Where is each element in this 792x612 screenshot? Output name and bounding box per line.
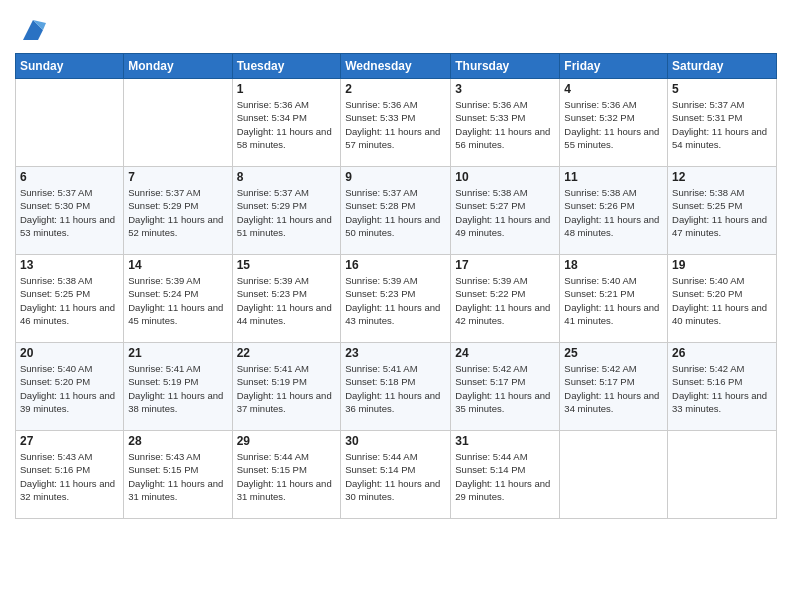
calendar-cell: 26Sunrise: 5:42 AM Sunset: 5:16 PM Dayli… <box>668 343 777 431</box>
calendar-cell: 14Sunrise: 5:39 AM Sunset: 5:24 PM Dayli… <box>124 255 232 343</box>
day-info: Sunrise: 5:36 AM Sunset: 5:33 PM Dayligh… <box>455 98 555 151</box>
calendar-cell: 13Sunrise: 5:38 AM Sunset: 5:25 PM Dayli… <box>16 255 124 343</box>
day-number: 5 <box>672 82 772 96</box>
calendar-cell: 12Sunrise: 5:38 AM Sunset: 5:25 PM Dayli… <box>668 167 777 255</box>
day-number: 8 <box>237 170 337 184</box>
day-info: Sunrise: 5:36 AM Sunset: 5:34 PM Dayligh… <box>237 98 337 151</box>
day-number: 28 <box>128 434 227 448</box>
day-info: Sunrise: 5:42 AM Sunset: 5:16 PM Dayligh… <box>672 362 772 415</box>
day-info: Sunrise: 5:38 AM Sunset: 5:27 PM Dayligh… <box>455 186 555 239</box>
calendar-cell: 22Sunrise: 5:41 AM Sunset: 5:19 PM Dayli… <box>232 343 341 431</box>
calendar-header-row: SundayMondayTuesdayWednesdayThursdayFrid… <box>16 54 777 79</box>
weekday-header: Friday <box>560 54 668 79</box>
calendar-cell: 9Sunrise: 5:37 AM Sunset: 5:28 PM Daylig… <box>341 167 451 255</box>
calendar-cell <box>668 431 777 519</box>
weekday-header: Thursday <box>451 54 560 79</box>
calendar-cell: 29Sunrise: 5:44 AM Sunset: 5:15 PM Dayli… <box>232 431 341 519</box>
calendar-cell: 18Sunrise: 5:40 AM Sunset: 5:21 PM Dayli… <box>560 255 668 343</box>
day-number: 24 <box>455 346 555 360</box>
calendar-cell: 8Sunrise: 5:37 AM Sunset: 5:29 PM Daylig… <box>232 167 341 255</box>
day-number: 16 <box>345 258 446 272</box>
calendar-cell: 5Sunrise: 5:37 AM Sunset: 5:31 PM Daylig… <box>668 79 777 167</box>
day-info: Sunrise: 5:41 AM Sunset: 5:19 PM Dayligh… <box>128 362 227 415</box>
calendar-cell: 11Sunrise: 5:38 AM Sunset: 5:26 PM Dayli… <box>560 167 668 255</box>
day-info: Sunrise: 5:42 AM Sunset: 5:17 PM Dayligh… <box>455 362 555 415</box>
calendar-cell: 28Sunrise: 5:43 AM Sunset: 5:15 PM Dayli… <box>124 431 232 519</box>
calendar-week-row: 6Sunrise: 5:37 AM Sunset: 5:30 PM Daylig… <box>16 167 777 255</box>
day-number: 26 <box>672 346 772 360</box>
calendar-cell: 25Sunrise: 5:42 AM Sunset: 5:17 PM Dayli… <box>560 343 668 431</box>
calendar-cell: 7Sunrise: 5:37 AM Sunset: 5:29 PM Daylig… <box>124 167 232 255</box>
day-number: 29 <box>237 434 337 448</box>
calendar-cell: 15Sunrise: 5:39 AM Sunset: 5:23 PM Dayli… <box>232 255 341 343</box>
day-number: 11 <box>564 170 663 184</box>
weekday-header: Saturday <box>668 54 777 79</box>
weekday-header: Tuesday <box>232 54 341 79</box>
day-number: 20 <box>20 346 119 360</box>
day-info: Sunrise: 5:38 AM Sunset: 5:25 PM Dayligh… <box>672 186 772 239</box>
day-info: Sunrise: 5:44 AM Sunset: 5:14 PM Dayligh… <box>455 450 555 503</box>
calendar-cell <box>560 431 668 519</box>
calendar-cell: 10Sunrise: 5:38 AM Sunset: 5:27 PM Dayli… <box>451 167 560 255</box>
day-number: 9 <box>345 170 446 184</box>
day-info: Sunrise: 5:38 AM Sunset: 5:26 PM Dayligh… <box>564 186 663 239</box>
weekday-header: Monday <box>124 54 232 79</box>
calendar-cell: 23Sunrise: 5:41 AM Sunset: 5:18 PM Dayli… <box>341 343 451 431</box>
calendar-cell: 20Sunrise: 5:40 AM Sunset: 5:20 PM Dayli… <box>16 343 124 431</box>
day-info: Sunrise: 5:37 AM Sunset: 5:31 PM Dayligh… <box>672 98 772 151</box>
day-number: 25 <box>564 346 663 360</box>
calendar-cell: 27Sunrise: 5:43 AM Sunset: 5:16 PM Dayli… <box>16 431 124 519</box>
day-number: 19 <box>672 258 772 272</box>
day-info: Sunrise: 5:39 AM Sunset: 5:22 PM Dayligh… <box>455 274 555 327</box>
calendar-cell: 1Sunrise: 5:36 AM Sunset: 5:34 PM Daylig… <box>232 79 341 167</box>
day-info: Sunrise: 5:44 AM Sunset: 5:15 PM Dayligh… <box>237 450 337 503</box>
day-info: Sunrise: 5:36 AM Sunset: 5:32 PM Dayligh… <box>564 98 663 151</box>
day-number: 30 <box>345 434 446 448</box>
day-number: 27 <box>20 434 119 448</box>
page-container: SundayMondayTuesdayWednesdayThursdayFrid… <box>0 0 792 529</box>
calendar-cell: 4Sunrise: 5:36 AM Sunset: 5:32 PM Daylig… <box>560 79 668 167</box>
day-info: Sunrise: 5:41 AM Sunset: 5:18 PM Dayligh… <box>345 362 446 415</box>
calendar-week-row: 1Sunrise: 5:36 AM Sunset: 5:34 PM Daylig… <box>16 79 777 167</box>
day-info: Sunrise: 5:43 AM Sunset: 5:16 PM Dayligh… <box>20 450 119 503</box>
day-number: 23 <box>345 346 446 360</box>
weekday-header: Sunday <box>16 54 124 79</box>
day-info: Sunrise: 5:40 AM Sunset: 5:20 PM Dayligh… <box>20 362 119 415</box>
day-info: Sunrise: 5:40 AM Sunset: 5:21 PM Dayligh… <box>564 274 663 327</box>
calendar-week-row: 27Sunrise: 5:43 AM Sunset: 5:16 PM Dayli… <box>16 431 777 519</box>
day-number: 10 <box>455 170 555 184</box>
logo-icon <box>18 15 48 45</box>
day-info: Sunrise: 5:43 AM Sunset: 5:15 PM Dayligh… <box>128 450 227 503</box>
page-header <box>15 10 777 45</box>
day-info: Sunrise: 5:37 AM Sunset: 5:28 PM Dayligh… <box>345 186 446 239</box>
day-info: Sunrise: 5:39 AM Sunset: 5:23 PM Dayligh… <box>237 274 337 327</box>
day-info: Sunrise: 5:37 AM Sunset: 5:29 PM Dayligh… <box>128 186 227 239</box>
day-number: 22 <box>237 346 337 360</box>
day-info: Sunrise: 5:36 AM Sunset: 5:33 PM Dayligh… <box>345 98 446 151</box>
day-number: 6 <box>20 170 119 184</box>
day-number: 17 <box>455 258 555 272</box>
day-info: Sunrise: 5:40 AM Sunset: 5:20 PM Dayligh… <box>672 274 772 327</box>
day-info: Sunrise: 5:44 AM Sunset: 5:14 PM Dayligh… <box>345 450 446 503</box>
day-info: Sunrise: 5:41 AM Sunset: 5:19 PM Dayligh… <box>237 362 337 415</box>
day-info: Sunrise: 5:39 AM Sunset: 5:23 PM Dayligh… <box>345 274 446 327</box>
day-number: 12 <box>672 170 772 184</box>
calendar-week-row: 13Sunrise: 5:38 AM Sunset: 5:25 PM Dayli… <box>16 255 777 343</box>
calendar-cell <box>124 79 232 167</box>
calendar-table: SundayMondayTuesdayWednesdayThursdayFrid… <box>15 53 777 519</box>
calendar-cell: 30Sunrise: 5:44 AM Sunset: 5:14 PM Dayli… <box>341 431 451 519</box>
logo <box>15 15 48 45</box>
day-number: 15 <box>237 258 337 272</box>
day-info: Sunrise: 5:42 AM Sunset: 5:17 PM Dayligh… <box>564 362 663 415</box>
calendar-cell: 24Sunrise: 5:42 AM Sunset: 5:17 PM Dayli… <box>451 343 560 431</box>
day-number: 14 <box>128 258 227 272</box>
day-number: 31 <box>455 434 555 448</box>
day-info: Sunrise: 5:37 AM Sunset: 5:30 PM Dayligh… <box>20 186 119 239</box>
calendar-cell: 19Sunrise: 5:40 AM Sunset: 5:20 PM Dayli… <box>668 255 777 343</box>
calendar-cell: 31Sunrise: 5:44 AM Sunset: 5:14 PM Dayli… <box>451 431 560 519</box>
calendar-cell: 6Sunrise: 5:37 AM Sunset: 5:30 PM Daylig… <box>16 167 124 255</box>
calendar-cell <box>16 79 124 167</box>
day-info: Sunrise: 5:39 AM Sunset: 5:24 PM Dayligh… <box>128 274 227 327</box>
calendar-cell: 17Sunrise: 5:39 AM Sunset: 5:22 PM Dayli… <box>451 255 560 343</box>
day-number: 18 <box>564 258 663 272</box>
